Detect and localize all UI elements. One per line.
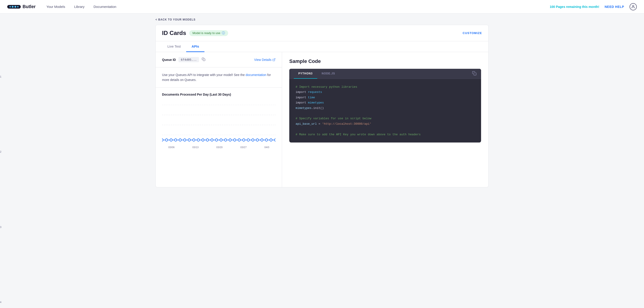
logo-dot-3 xyxy=(14,6,16,8)
code-line-4: import mimetypes xyxy=(296,100,475,105)
svg-point-11 xyxy=(174,139,177,141)
documentation-link[interactable]: documentation xyxy=(246,73,266,77)
svg-rect-34 xyxy=(474,73,476,75)
logo-icon xyxy=(7,5,21,8)
svg-point-21 xyxy=(220,139,222,141)
svg-point-32 xyxy=(270,139,272,141)
svg-point-29 xyxy=(256,139,258,141)
chart-y-labels: 4 3 2 1 0 xyxy=(0,0,1,187)
page-title: ID Cards xyxy=(162,29,186,36)
navbar-right: 100 Pages remaining this month! NEED HEL… xyxy=(550,3,637,10)
nav-documentation[interactable]: Documentation xyxy=(94,5,116,8)
code-line-blank-1 xyxy=(296,111,475,116)
code-line-6: # Specify variables for use in script be… xyxy=(296,116,475,121)
view-details-link[interactable]: View Details xyxy=(254,58,276,61)
logo[interactable]: Butler xyxy=(7,4,36,9)
logo-dot-1 xyxy=(10,6,11,7)
tab-apis[interactable]: APIs xyxy=(186,41,204,52)
left-panel: Queue ID 6f4d05... View Details xyxy=(156,52,282,187)
right-panel: Sample Code PYTHON3 NODE.JS # Import nec… xyxy=(282,52,488,187)
y-label-1: 1 xyxy=(0,75,1,78)
page-container: < BACK TO YOUR MODELS ID Cards Model is … xyxy=(148,13,496,187)
logo-dot-4 xyxy=(17,6,18,7)
svg-point-23 xyxy=(229,139,231,141)
x-label-1: 03/06 xyxy=(168,146,175,149)
chart-section: Documents Processed Per Day (Last 30 Day… xyxy=(156,88,282,154)
chart-x-labels: 03/06 03/13 03/20 03/27 04/0 xyxy=(162,145,276,149)
chart-title: Documents Processed Per Day (Last 30 Day… xyxy=(162,93,276,96)
svg-point-31 xyxy=(265,139,268,141)
status-text: Model is ready to use xyxy=(192,31,220,35)
code-line-7: api_base_url = 'http://localhost:30000/a… xyxy=(296,121,475,126)
tabs-bar: Live Test APIs xyxy=(156,41,488,52)
tab-live-test[interactable]: Live Test xyxy=(162,41,186,52)
queue-id-section: Queue ID 6f4d05... View Details xyxy=(156,52,282,67)
page-header-left: ID Cards Model is ready to use ⓘ xyxy=(162,29,228,36)
code-tab-python3[interactable]: PYTHON3 xyxy=(294,69,317,79)
svg-point-24 xyxy=(234,139,236,141)
svg-point-15 xyxy=(193,139,195,141)
customize-button[interactable]: CUSTOMIZE xyxy=(462,31,482,35)
code-line-blank-2 xyxy=(296,126,475,132)
page-header: ID Cards Model is ready to use ⓘ CUSTOMI… xyxy=(156,25,488,41)
svg-point-28 xyxy=(252,139,254,141)
nav-your-models[interactable]: Your Models xyxy=(46,5,65,8)
svg-point-18 xyxy=(206,139,208,141)
code-body: # Import necessary python libraries impo… xyxy=(289,79,481,142)
code-line-5: mimetypes.init() xyxy=(296,105,475,111)
user-avatar-icon[interactable] xyxy=(630,3,637,10)
pages-remaining: 100 Pages remaining this month! xyxy=(550,5,599,8)
sample-code-title: Sample Code xyxy=(289,58,481,64)
code-copy-button[interactable] xyxy=(472,71,476,77)
svg-point-22 xyxy=(224,139,227,141)
svg-rect-1 xyxy=(203,59,205,61)
code-line-3: import time xyxy=(296,95,475,100)
code-tabs: PYTHON3 NODE.JS xyxy=(289,69,481,79)
navbar: Butler Your Models Library Documentation… xyxy=(0,0,644,13)
code-line-2: import requests xyxy=(296,89,475,95)
breadcrumb-bar: < BACK TO YOUR MODELS xyxy=(156,13,488,25)
svg-point-20 xyxy=(215,139,218,141)
api-description: Use your Queues API to integrate with yo… xyxy=(156,67,282,88)
svg-point-33 xyxy=(274,139,276,141)
code-tab-nodejs[interactable]: NODE.JS xyxy=(317,69,340,79)
svg-point-17 xyxy=(202,139,204,141)
svg-point-12 xyxy=(179,139,181,141)
svg-point-0 xyxy=(632,5,634,7)
svg-point-26 xyxy=(242,139,245,141)
api-desc-text-before: Use your Queues API to integrate with yo… xyxy=(162,73,246,77)
status-badge: Model is ready to use ⓘ xyxy=(189,30,228,36)
svg-point-10 xyxy=(170,139,172,141)
info-icon[interactable]: ⓘ xyxy=(222,31,225,35)
need-help-link[interactable]: NEED HELP xyxy=(605,5,624,8)
nav-library[interactable]: Library xyxy=(74,5,84,8)
svg-point-13 xyxy=(184,139,186,141)
svg-point-16 xyxy=(197,139,200,141)
svg-point-9 xyxy=(166,139,168,141)
svg-point-25 xyxy=(238,139,240,141)
svg-point-27 xyxy=(247,139,249,141)
queue-id-value: 6f4d05... xyxy=(178,57,199,62)
code-line-1: # Import necessary python libraries xyxy=(296,84,475,89)
navbar-links: Your Models Library Documentation xyxy=(46,5,550,8)
content-area: Queue ID 6f4d05... View Details xyxy=(156,52,488,187)
brand-name: Butler xyxy=(22,4,36,9)
x-label-2: 03/13 xyxy=(192,146,198,149)
chart-area xyxy=(162,100,276,145)
x-label-3: 03/20 xyxy=(216,146,223,149)
svg-point-19 xyxy=(211,139,213,141)
y-label-2: 2 xyxy=(0,150,1,153)
svg-line-2 xyxy=(274,58,275,60)
logo-dot-2 xyxy=(12,6,14,8)
back-link[interactable]: < BACK TO YOUR MODELS xyxy=(156,18,488,21)
code-line-8: # Make sure to add the API Key you wrote… xyxy=(296,132,475,137)
svg-point-14 xyxy=(188,139,190,141)
x-label-4: 03/27 xyxy=(240,146,247,149)
svg-point-8 xyxy=(162,139,163,141)
chart-svg xyxy=(162,100,276,145)
x-label-5: 04/0 xyxy=(264,146,269,149)
code-container: PYTHON3 NODE.JS # Import necessary pytho… xyxy=(289,69,481,142)
svg-point-30 xyxy=(261,139,263,141)
queue-id-label: Queue ID xyxy=(162,58,176,61)
copy-icon[interactable] xyxy=(202,57,205,62)
